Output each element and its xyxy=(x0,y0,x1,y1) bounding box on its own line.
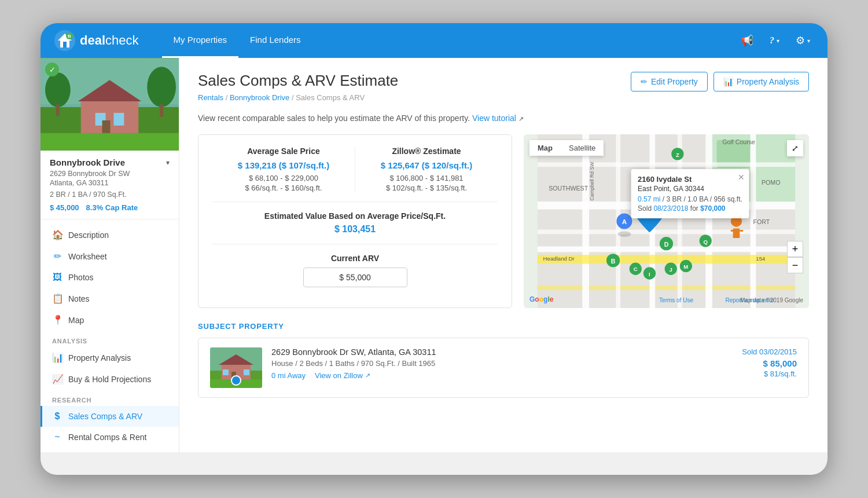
map-terms-link[interactable]: Terms of Use xyxy=(659,297,693,303)
sidebar-item-photos[interactable]: 🖼 Photos xyxy=(41,267,179,288)
svg-text:I: I xyxy=(649,271,650,277)
sidebar-item-map-label: Map xyxy=(68,316,84,325)
megaphone-icon: 📢 xyxy=(741,34,753,47)
map-fullscreen-button[interactable]: ⤢ xyxy=(787,140,803,156)
logo-text: dealcheck xyxy=(80,33,139,48)
edit-property-button[interactable]: ✏ Edit Property xyxy=(631,72,708,91)
map-pin-icon: 📍 xyxy=(52,314,62,325)
breadcrumb: Rentals / Bonnybrook Drive / Sales Comps… xyxy=(198,93,398,102)
map-popup-sold-price: $70,000 xyxy=(700,204,725,213)
sidebar-item-worksheet[interactable]: ✏ Worksheet xyxy=(41,246,179,267)
sidebar-item-photos-label: Photos xyxy=(68,273,94,282)
sidebar-item-sales-comps-label: Sales Comps & ARV xyxy=(68,412,142,421)
map-report-link[interactable]: Report a map error xyxy=(726,297,774,303)
sidebar-item-sales-comps[interactable]: $ Sales Comps & ARV xyxy=(41,406,179,427)
action-buttons: ✏ Edit Property 📊 Property Analysis xyxy=(631,72,809,91)
map-zoom-controls: + − xyxy=(787,241,803,273)
subject-sold-date: Sold 03/02/2015 xyxy=(742,347,797,356)
sidebar-item-property-analysis[interactable]: 📊 Property Analysis xyxy=(41,347,179,368)
help-icon-btn[interactable]: ? ▾ xyxy=(766,33,783,48)
svg-rect-25 xyxy=(705,134,712,308)
nav-find-lenders[interactable]: Find Lenders xyxy=(238,23,312,58)
svg-point-7 xyxy=(45,72,71,107)
avg-sale-price-title: Average Sale Price xyxy=(219,147,348,156)
svg-point-39 xyxy=(617,231,631,237)
analysis-card: Average Sale Price $ 139,218 ($ 107/sq.f… xyxy=(198,134,512,308)
sidebar-item-description-label: Description xyxy=(68,230,109,240)
breadcrumb-property[interactable]: Bonnybrook Drive xyxy=(230,93,289,102)
svg-text:Campbell Rd SW: Campbell Rd SW xyxy=(589,162,595,200)
avg-sale-price-col: Average Sale Price $ 139,218 ($ 107/sq.f… xyxy=(212,147,355,192)
map-popup-city: East Point, GA 30344 xyxy=(638,185,742,193)
svg-text:Q: Q xyxy=(703,239,708,245)
map-zoom-in-button[interactable]: + xyxy=(787,241,803,257)
map-tab-map[interactable]: Map xyxy=(529,140,561,156)
question-icon: ? xyxy=(770,35,774,46)
sidebar-item-buy-hold[interactable]: 📈 Buy & Hold Projections xyxy=(41,368,179,390)
analysis-columns: Average Sale Price $ 139,218 ($ 107/sq.f… xyxy=(212,147,498,192)
logo-icon: B xyxy=(54,30,75,51)
arv-label: Current ARV xyxy=(212,254,498,263)
avg-sale-sqft-range: $ 66/sq.ft. - $ 160/sq.ft. xyxy=(219,184,348,192)
nav-my-properties[interactable]: My Properties xyxy=(162,23,239,58)
zillow-title: Zillow® Zestimate xyxy=(362,147,491,156)
external-link-icon: ↗ xyxy=(518,115,524,122)
help-chevron-icon: ▾ xyxy=(777,38,779,44)
arv-section: Current ARV xyxy=(212,254,498,287)
map-popup-sold: Sold 08/23/2018 for $70,000 xyxy=(638,204,742,213)
zillow-sqft-range: $ 102/sq.ft. - $ 135/sq.ft. xyxy=(362,184,491,192)
property-dropdown-arrow[interactable]: ▾ xyxy=(166,159,170,167)
property-address-line1: 2629 Bonnybrook Dr SW xyxy=(50,170,170,178)
property-analysis-button[interactable]: 📊 Property Analysis xyxy=(713,72,809,91)
map-popup-close[interactable]: ✕ xyxy=(738,173,745,182)
sidebar-item-property-analysis-label: Property Analysis xyxy=(68,353,131,362)
svg-rect-1 xyxy=(63,42,67,47)
pencil-icon: ✏ xyxy=(52,251,62,262)
svg-rect-14 xyxy=(113,113,124,126)
subject-property-section-label: SUBJECT PROPERTY xyxy=(198,322,809,331)
subject-specs: House / 2 Beds / 1 Baths / 970 Sq.Ft. / … xyxy=(271,359,733,368)
tutorial-link[interactable]: View tutorial xyxy=(472,113,516,123)
svg-rect-28 xyxy=(538,230,795,235)
sidebar-item-notes[interactable]: 📋 Notes xyxy=(41,288,179,309)
property-cap-rate: 8.3% Cap Rate xyxy=(86,203,138,212)
sidebar-item-map[interactable]: 📍 Map xyxy=(41,309,179,331)
subject-property-image xyxy=(210,347,262,388)
research-section-label: RESEARCH xyxy=(41,390,179,406)
dollar-icon: $ xyxy=(52,411,62,422)
subject-property-right: Sold 03/02/2015 $ 85,000 $ 81/sq.ft. xyxy=(742,347,797,378)
map-popup-distance: 0.57 mi xyxy=(638,195,660,203)
subject-property-section: SUBJECT PROPERTY xyxy=(198,322,809,398)
svg-point-9 xyxy=(147,67,176,107)
main-content: Sales Comps & ARV Estimate Rentals / Bon… xyxy=(179,58,827,452)
svg-text:B: B xyxy=(68,34,71,39)
property-image: ✓ xyxy=(41,58,179,151)
map-container: SOUTHWEST Golf Course POMO FORT Campbell… xyxy=(524,134,809,308)
photos-icon: 🖼 xyxy=(52,272,62,283)
svg-text:Headland Dr: Headland Dr xyxy=(543,255,575,262)
edit-icon: ✏ xyxy=(641,77,648,86)
sidebar-item-rental-comps[interactable]: ~ Rental Comps & Rent xyxy=(41,427,179,448)
settings-icon-btn[interactable]: ⚙ ▾ xyxy=(792,32,814,49)
map-background: SOUTHWEST Golf Course POMO FORT Campbell… xyxy=(524,134,809,308)
subject-zillow-link[interactable]: View on Zillow ↗ xyxy=(315,371,370,380)
subject-distance: 0 mi Away xyxy=(271,371,306,380)
subject-img-badge xyxy=(231,375,241,386)
sidebar-item-description[interactable]: 🏠 Description xyxy=(41,224,179,246)
map-tab-satellite[interactable]: Satellite xyxy=(561,140,604,156)
breadcrumb-rentals[interactable]: Rentals xyxy=(198,93,223,102)
svg-text:SOUTHWEST: SOUTHWEST xyxy=(549,185,588,192)
map-popup-sold-date: 08/23/2018 xyxy=(653,204,688,213)
sidebar-item-worksheet-label: Worksheet xyxy=(68,252,107,261)
svg-text:A: A xyxy=(622,218,627,225)
map-card: SOUTHWEST Golf Course POMO FORT Campbell… xyxy=(524,134,809,308)
header-icons: 📢 ? ▾ ⚙ ▾ xyxy=(737,32,814,49)
property-check-badge: ✓ xyxy=(45,63,59,76)
settings-chevron-icon: ▾ xyxy=(807,38,810,44)
map-zoom-out-button[interactable]: − xyxy=(787,257,803,273)
analysis-circle-icon: 📊 xyxy=(723,77,733,86)
analysis-map-row: Average Sale Price $ 139,218 ($ 107/sq.f… xyxy=(198,134,809,308)
arv-input[interactable] xyxy=(303,268,407,287)
sidebar-item-notes-label: Notes xyxy=(68,294,90,303)
notification-icon-btn[interactable]: 📢 xyxy=(737,32,757,49)
